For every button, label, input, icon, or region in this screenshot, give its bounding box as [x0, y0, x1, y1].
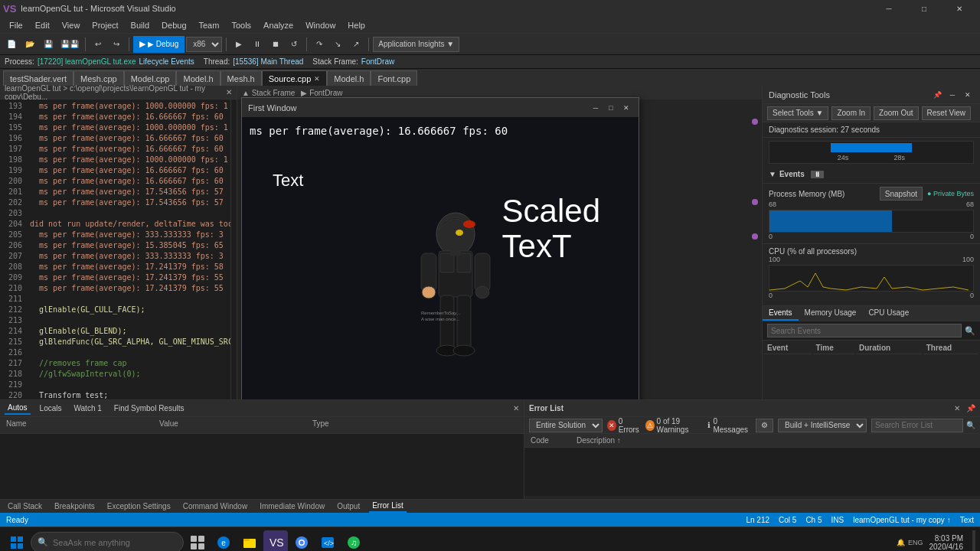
panel-min-button[interactable]: ─ — [946, 89, 959, 101]
app-maximize-button[interactable]: □ — [605, 102, 617, 114]
taskbar-vs-icon[interactable]: VS — [263, 530, 288, 552]
menu-help[interactable]: Help — [341, 19, 371, 31]
close-button[interactable]: ✕ — [942, 0, 977, 17]
tab-mesh-h[interactable]: Mesh.h — [220, 70, 262, 86]
diag-tab-cpu[interactable]: CPU Usage — [862, 306, 915, 321]
continue-button[interactable]: ▶ — [230, 36, 247, 53]
select-tools-button[interactable]: Select Tools ▼ — [767, 106, 828, 120]
cpu-100-left: 100 — [769, 256, 780, 263]
error-list-close-button[interactable]: ✕ — [954, 404, 960, 412]
tab-output[interactable]: Output — [334, 500, 363, 512]
timeline-bar — [831, 143, 912, 152]
tab-breakpoints[interactable]: Breakpoints — [51, 500, 98, 512]
tab-immediate-window[interactable]: Immediate Window — [256, 500, 328, 512]
warning-count-badge[interactable]: ⚠ 0 of 19 Warnings — [645, 417, 703, 434]
taskbar-search[interactable]: 🔍 — [31, 532, 184, 552]
intellisense-settings-button[interactable]: ⚙ — [756, 419, 773, 432]
menu-build[interactable]: Build — [125, 19, 155, 31]
redo-button[interactable]: ↪ — [108, 36, 125, 53]
error-search-input[interactable] — [871, 419, 963, 432]
bottom-left-panel: Autos Locals Watch 1 Find Symbol Results… — [0, 400, 524, 499]
panel-close-button[interactable]: ✕ — [962, 89, 974, 101]
tab-error-list[interactable]: Error List — [369, 500, 407, 513]
tab-close-source[interactable]: ✕ — [314, 75, 320, 83]
panel-controls: 📌 ─ ✕ — [931, 89, 974, 101]
minimize-button[interactable]: ─ — [871, 0, 906, 17]
menu-window[interactable]: Window — [299, 19, 341, 31]
menu-team[interactable]: Team — [193, 19, 226, 31]
tab-font-cpp[interactable]: Font.cpp — [371, 70, 417, 86]
error-count-icon: ✕ — [607, 420, 616, 431]
tab-call-stack[interactable]: Call Stack — [5, 500, 45, 512]
taskbar-explorer-icon[interactable] — [237, 530, 262, 552]
tab-source-cpp[interactable]: Source.cpp ✕ — [262, 70, 328, 86]
bottom-right-panel: Error List ✕ 📌 Entire Solution ✕ 0 Error… — [524, 400, 980, 499]
new-project-button[interactable]: 📄 — [3, 36, 20, 53]
close-file-button[interactable]: ✕ — [226, 88, 232, 96]
bottom-left-header: Autos Locals Watch 1 Find Symbol Results… — [0, 400, 524, 417]
zoom-out-button[interactable]: Zoom Out — [874, 106, 918, 120]
message-count-badge[interactable]: ℹ 0 Messages — [707, 417, 748, 434]
open-button[interactable]: 📂 — [21, 36, 38, 53]
err-col-description[interactable]: Description ↑ — [570, 434, 627, 447]
start-button[interactable] — [5, 530, 29, 552]
step-over-button[interactable]: ↷ — [311, 36, 328, 53]
tab-watch1[interactable]: Watch 1 — [70, 403, 104, 414]
menu-edit[interactable]: Edit — [29, 19, 56, 31]
search-events-input[interactable] — [767, 324, 962, 337]
pause-button[interactable]: ⏸ — [249, 36, 266, 53]
save-all-button[interactable]: 💾💾 — [58, 36, 81, 53]
solution-scope-selector[interactable]: Entire Solution — [529, 419, 603, 432]
error-list-pin-button[interactable]: 📌 — [966, 404, 975, 412]
app-insights-button[interactable]: Application Insights ▼ — [373, 37, 459, 52]
save-button[interactable]: 💾 — [40, 36, 57, 53]
taskbar-search-input[interactable] — [53, 538, 168, 547]
restart-button[interactable]: ↺ — [286, 36, 302, 53]
menu-analyze[interactable]: Analyze — [257, 19, 299, 31]
tab-find-symbol[interactable]: Find Symbol Results — [111, 403, 188, 414]
app-close-button[interactable]: ✕ — [620, 102, 632, 114]
menu-file[interactable]: File — [3, 19, 29, 31]
snapshot-button[interactable]: Snapshot — [880, 187, 923, 201]
svg-rect-20 — [18, 543, 23, 549]
panel-pin-button[interactable]: 📌 — [931, 89, 943, 101]
memory-scale: 68 68 — [769, 201, 974, 208]
diag-tab-events[interactable]: Events — [763, 306, 799, 321]
reset-view-button[interactable]: Reset View — [922, 106, 971, 120]
step-into-button[interactable]: ↘ — [329, 36, 346, 53]
stop-button[interactable]: ⏹ — [267, 36, 284, 53]
show-desktop-button[interactable] — [972, 530, 975, 552]
task-view-button[interactable] — [185, 530, 210, 552]
taskbar-edge-icon[interactable]: e — [211, 530, 236, 552]
tab-command-window[interactable]: Command Window — [180, 500, 250, 512]
debug-button[interactable]: ▶ ▶ Debug — [133, 36, 185, 53]
tab-autos[interactable]: Autos — [5, 402, 31, 415]
error-count-badge[interactable]: ✕ 0 Errors — [607, 417, 641, 434]
menu-project[interactable]: Project — [86, 19, 124, 31]
lifecycle-label[interactable]: Lifecycle Events — [139, 57, 194, 66]
arch-selector[interactable]: x86 — [186, 37, 222, 52]
toolbar: 📄 📂 💾 💾💾 ↩ ↪ ▶ ▶ Debug x86 ▶ ⏸ ⏹ ↺ ↷ ↘ ↗… — [0, 34, 980, 55]
undo-button[interactable]: ↩ — [90, 36, 106, 53]
tab-model-h2[interactable]: Model.h — [327, 70, 371, 86]
tab-locals[interactable]: Locals — [37, 403, 65, 414]
menu-view[interactable]: View — [56, 19, 87, 31]
taskbar-music-icon[interactable]: ♫ — [341, 530, 366, 552]
taskbar-chrome-icon[interactable] — [289, 530, 314, 552]
menu-debug[interactable]: Debug — [155, 19, 192, 31]
code-content[interactable]: ms per frame(average): 1000.000000 fps: … — [27, 99, 230, 399]
process-value: [17220] learnOpenGL tut.exe — [38, 57, 136, 66]
app-minimize-button[interactable]: ─ — [590, 102, 602, 114]
menu-tools[interactable]: Tools — [225, 19, 257, 31]
search-events-bar: 🔍 — [763, 321, 980, 341]
build-scope-selector[interactable]: Build + IntelliSense — [778, 419, 867, 432]
tab-exception-settings[interactable]: Exception Settings — [104, 500, 174, 512]
diag-tab-memory[interactable]: Memory Usage — [799, 306, 863, 321]
taskbar-code-icon[interactable]: </> — [315, 530, 340, 552]
bottom-left-close-button[interactable]: ✕ — [513, 404, 519, 412]
maximize-button[interactable]: □ — [906, 0, 942, 17]
scroll-minimap[interactable] — [230, 99, 237, 399]
svg-point-12 — [422, 286, 436, 298]
step-out-button[interactable]: ↗ — [348, 36, 364, 53]
zoom-in-button[interactable]: Zoom In — [831, 106, 871, 120]
